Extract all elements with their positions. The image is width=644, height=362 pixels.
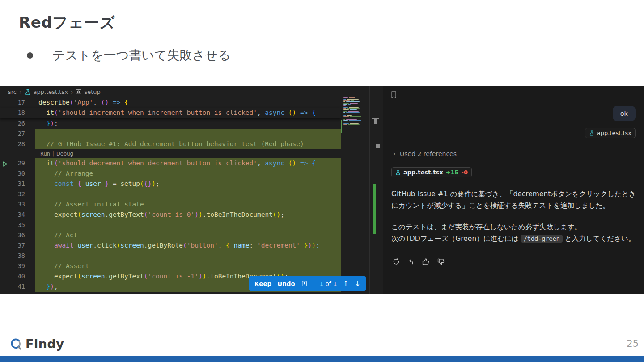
- code-line: 36 // Act: [0, 230, 341, 240]
- line-number: 40: [0, 271, 35, 282]
- inline-edit-toolbar: Keep Undo 1 of 1 ↑ ↓: [249, 276, 366, 291]
- code-line: 33 // Assert initial state: [0, 199, 341, 210]
- undo-button[interactable]: Undo: [277, 280, 295, 287]
- minimap[interactable]: [341, 97, 369, 294]
- file-chip-label: app.test.tsx: [597, 130, 631, 136]
- assistant-text: このテストは、まだ実装が存在しないため必ず失敗します。: [391, 223, 581, 231]
- breadcrumb-file[interactable]: app.test.tsx: [34, 88, 68, 95]
- code-line: 38: [0, 251, 341, 261]
- chat-panel: ok app.test.tsx › Used 2 references app.…: [383, 86, 644, 294]
- toolbar-divider: [314, 280, 314, 287]
- scrollbar-marker: [374, 119, 377, 124]
- code-line: 42});: [0, 292, 341, 294]
- assistant-text: 次のTDDフェーズ（Green）に進むには: [391, 235, 521, 243]
- previous-diff-arrow-icon[interactable]: ↑: [343, 279, 349, 288]
- line-number: 37: [0, 240, 35, 251]
- line-number: 33: [0, 199, 35, 210]
- indent-guide: [43, 168, 43, 291]
- codelens-separator: |: [52, 151, 54, 157]
- codelens-debug-link[interactable]: Debug: [56, 151, 73, 157]
- diff-added-count: +15: [446, 169, 459, 176]
- scrollbar-marker: [376, 144, 380, 148]
- beaker-icon: [589, 130, 594, 136]
- breadcrumb[interactable]: src › app.test.tsx › setup: [0, 86, 383, 97]
- code-line: 39 // Assert: [0, 261, 341, 271]
- line-number: 34: [0, 210, 35, 220]
- bullet-text: テストを一つ書いて失敗させる: [52, 47, 231, 64]
- run-test-play-icon[interactable]: [2, 160, 8, 166]
- minimap-diff-bar: [341, 120, 342, 133]
- keep-button[interactable]: Keep: [254, 280, 271, 287]
- beaker-icon: [25, 89, 31, 95]
- code-line: 18 it('should increment when increment b…: [0, 108, 341, 118]
- line-number: 30: [0, 168, 35, 179]
- references-expander[interactable]: › Used 2 references: [393, 150, 457, 158]
- symbol-icon: [76, 89, 81, 95]
- code-line: 37 await user.click(screen.getByRole('bu…: [0, 240, 341, 251]
- line-number: 36: [0, 230, 35, 240]
- inline-code: /tdd-green: [521, 235, 563, 243]
- findy-logo-icon: [9, 337, 22, 351]
- breadcrumb-symbol[interactable]: setup: [84, 88, 100, 95]
- code-editor: src › app.test.tsx › setup 17describe('A…: [0, 86, 383, 294]
- code-line: 27: [0, 129, 341, 139]
- undo-icon[interactable]: [407, 257, 415, 268]
- retry-icon[interactable]: [392, 257, 400, 268]
- line-number: 17: [0, 97, 35, 108]
- breadcrumb-separator: ›: [19, 88, 22, 96]
- breadcrumb-separator: ›: [71, 88, 73, 96]
- references-label: Used 2 references: [400, 150, 457, 157]
- line-number: 18: [0, 108, 35, 118]
- page-title: Redフェーズ: [19, 13, 115, 33]
- code-line: 26 });: [0, 118, 341, 129]
- line-number: 38: [0, 251, 35, 261]
- chevron-right-icon: ›: [393, 150, 396, 158]
- codelens-run-link[interactable]: Run: [40, 151, 50, 157]
- code-line: 17describe('App', () => {: [0, 97, 341, 108]
- checkpoint-separator: [390, 90, 636, 100]
- beaker-icon: [395, 170, 401, 175]
- line-number: 35: [0, 220, 35, 230]
- attached-file-chip[interactable]: app.test.tsx: [585, 128, 636, 138]
- code-line: 29 it('should decrement when decrement b…: [0, 158, 341, 168]
- changed-file-chip[interactable]: app.test.tsx +15 -0: [391, 167, 472, 177]
- code-lines: 17describe('App', () => {18 it('should i…: [0, 97, 341, 294]
- code-line: 32: [0, 189, 341, 199]
- assistant-message-paragraph: このテストは、まだ実装が存在しないため必ず失敗します。 次のTDDフェーズ（Gr…: [391, 221, 640, 244]
- breadcrumb-src[interactable]: src: [8, 88, 17, 95]
- thumbs-down-icon[interactable]: [437, 257, 445, 268]
- bookmark-icon[interactable]: [390, 91, 397, 99]
- scrollbar-diff-marker: [373, 184, 376, 234]
- line-number: 42: [0, 292, 35, 294]
- assistant-message-paragraph: GitHub Issue #1 の要件に基づき、「decrementボタンをクリ…: [391, 188, 640, 211]
- code-line: 30 // Arrange: [0, 168, 341, 179]
- diff-counter: 1 of 1: [320, 280, 337, 287]
- line-number: 41: [0, 282, 35, 292]
- bullet-item: テストを一つ書いて失敗させる: [27, 47, 231, 64]
- line-number: 29: [0, 158, 35, 168]
- findy-logo-text: Findy: [25, 337, 64, 351]
- code-line: 34 expect(screen.getByText('count is 0')…: [0, 210, 341, 220]
- vscode-screenshot: src › app.test.tsx › setup 17describe('A…: [0, 86, 644, 294]
- thumbs-up-icon[interactable]: [422, 257, 430, 268]
- code-line: 31 const { user } = setup({});: [0, 179, 341, 189]
- findy-logo: Findy: [9, 337, 64, 351]
- code-line: 28 // GitHub Issue #1: Add decrement but…: [0, 139, 341, 149]
- bottom-accent-bar: [0, 356, 644, 362]
- assistant-text: と入力してください。: [563, 235, 635, 243]
- page-number: 25: [627, 338, 639, 349]
- scrollbar[interactable]: [369, 86, 383, 294]
- code-line: 35: [0, 220, 341, 230]
- line-number: 28: [0, 139, 35, 149]
- codelens-row: Run|Debug: [0, 149, 341, 158]
- diff-file-icon[interactable]: [301, 280, 308, 287]
- user-message: ok: [613, 106, 636, 121]
- line-number: 27: [0, 129, 35, 139]
- changed-file-name: app.test.tsx: [403, 169, 443, 176]
- line-number: 31: [0, 179, 35, 189]
- dashed-divider: [402, 95, 636, 95]
- message-actions: [392, 257, 445, 268]
- line-number: 32: [0, 189, 35, 199]
- diff-removed-count: -0: [462, 169, 468, 176]
- next-diff-arrow-icon[interactable]: ↓: [355, 279, 360, 288]
